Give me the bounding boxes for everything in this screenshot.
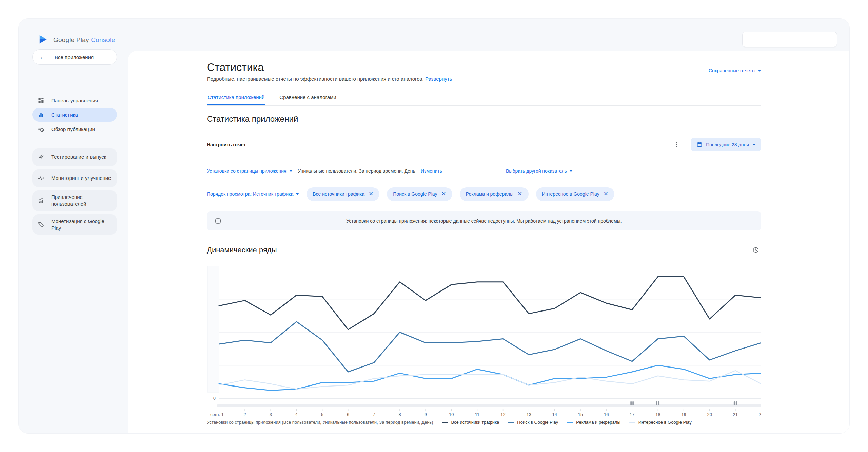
vertical-divider: [485, 160, 485, 182]
history-clock-icon[interactable]: [750, 245, 761, 256]
metric-selector-dropdown[interactable]: Установки со страницы приложения: [207, 168, 293, 174]
filter-chip-label: Поиск в Google Play: [393, 191, 437, 197]
series-line-3: [219, 365, 761, 391]
x-axis-label: 7: [373, 412, 375, 417]
sidebar-item-1[interactable]: Панель управления: [32, 93, 117, 108]
saved-reports-dropdown[interactable]: Сохраненные отчеты: [709, 68, 761, 73]
chip-close-icon[interactable]: ✕: [369, 191, 373, 197]
choose-other-metric-dropdown[interactable]: Выбрать другой показатель: [506, 168, 573, 174]
saved-reports-label: Сохраненные отчеты: [709, 68, 755, 73]
data-unavailable-marker: [630, 401, 632, 405]
chip-close-icon[interactable]: ✕: [604, 191, 608, 197]
legend-label: Все источники трафика: [451, 420, 499, 425]
legend-item-3: Реклама и рефералы: [567, 420, 620, 425]
sidebar-item-5[interactable]: Мониторинг и улучшение: [32, 169, 117, 187]
x-axis-label: 13: [526, 412, 531, 417]
logo-google-play: Google Play: [53, 36, 89, 43]
page-title: Статистика: [207, 61, 264, 73]
legend-swatch: [629, 422, 635, 423]
sidebar-item-label: Монетизация с Google Play: [51, 218, 112, 232]
report-controls: Последние 28 дней: [671, 138, 761, 151]
chart-section-title: Динамические ряды: [207, 246, 277, 255]
console-window: Google Play Console ← Все приложения Пан…: [19, 19, 849, 433]
chart-section-header: Динамические ряды: [207, 245, 761, 256]
logo-console: Console: [91, 36, 115, 43]
x-axis-label: 11: [475, 412, 480, 417]
legend-item-1: Все источники трафика: [442, 420, 499, 425]
sidebar-item-2[interactable]: Статистика: [32, 108, 117, 122]
tab-1[interactable]: Статистика приложений: [207, 90, 265, 105]
nav-gap: [32, 136, 117, 145]
filter-chips-row: Порядок просмотра: Источник трафика Все …: [207, 182, 761, 206]
chevron-down-icon: [569, 170, 573, 172]
subtitle-text: Подробные, настраиваемые отчеты по эффек…: [207, 76, 424, 82]
order-by-label: Порядок просмотра: Источник трафика: [207, 191, 293, 197]
filter-chip-4[interactable]: Интересное в Google Play✕: [536, 187, 614, 201]
y-axis-zero-label: 0: [213, 396, 216, 401]
legend-swatch: [567, 422, 573, 423]
chip-close-icon[interactable]: ✕: [517, 191, 522, 197]
filter-chip-label: Реклама и рефералы: [466, 191, 513, 197]
x-axis-label: 10: [449, 412, 454, 417]
expand-link[interactable]: Развернуть: [425, 76, 452, 82]
tab-2[interactable]: Сравнение с аналогами: [279, 90, 337, 105]
series-line-4: [219, 371, 761, 389]
chip-close-icon[interactable]: ✕: [441, 191, 446, 197]
tag-icon: [37, 221, 45, 229]
data-unavailable-marker: [734, 401, 735, 405]
sidebar: ← Все приложения Панель управленияСтатис…: [32, 49, 117, 235]
x-axis-label: 9: [425, 412, 427, 417]
sidebar-item-3[interactable]: Обзор публикации: [32, 122, 117, 136]
sidebar-item-label: Обзор публикации: [51, 126, 95, 132]
date-range-picker[interactable]: Последние 28 дней: [691, 138, 761, 151]
sidebar-item-label: Тестирование и выпуск: [51, 154, 106, 161]
filter-chip-3[interactable]: Реклама и рефералы✕: [460, 187, 529, 201]
main-panel: Статистика Сохраненные отчеты Подробные,…: [128, 51, 849, 433]
x-axis-label: 16: [604, 412, 609, 417]
header-search-box[interactable]: [742, 32, 837, 47]
x-axis-label: 8: [398, 412, 401, 417]
all-apps-back-button[interactable]: ← Все приложения: [32, 49, 117, 65]
pulse-icon: [37, 174, 45, 182]
sidebar-item-6[interactable]: Привлечение пользователей: [32, 190, 117, 211]
calendar-icon: [696, 141, 703, 148]
metric-edit-link[interactable]: Изменить: [421, 168, 442, 174]
order-by-dropdown[interactable]: Порядок просмотра: Источник трафика: [207, 191, 299, 197]
info-icon: [214, 217, 222, 226]
filter-chip-2[interactable]: Поиск в Google Play✕: [387, 187, 452, 201]
x-axis-label: 14: [552, 412, 557, 417]
sidebar-item-4[interactable]: Тестирование и выпуск: [32, 148, 117, 166]
chart-scrollbar-track[interactable]: [217, 404, 761, 407]
chevron-down-icon: [752, 144, 756, 146]
configure-report-row: Настроить отчет Последние 28 дней: [207, 137, 761, 152]
legend-item-2: Поиск в Google Play: [508, 420, 558, 425]
stats-icon: [37, 111, 45, 119]
data-unavailable-marker: [658, 401, 659, 405]
all-apps-label: Все приложения: [55, 54, 94, 60]
metric-detail: Уникальные пользователи, За период време…: [298, 168, 415, 174]
legend-label: Поиск в Google Play: [517, 420, 558, 425]
filter-chip-1[interactable]: Все источники трафика✕: [307, 187, 379, 201]
dashboard-icon: [37, 96, 45, 105]
back-arrow-icon: ←: [39, 54, 46, 60]
sidebar-nav: Панель управленияСтатистикаОбзор публика…: [32, 93, 117, 235]
sidebar-item-7[interactable]: Монетизация с Google Play: [32, 214, 117, 235]
filter-chip-label: Интересное в Google Play: [542, 191, 599, 197]
x-axis-label: 5: [321, 412, 323, 417]
configure-report-label: Настроить отчет: [207, 142, 246, 147]
timeseries-chart[interactable]: 0сент. 123456789101112131415161718192021…: [207, 258, 761, 418]
x-axis-label: 6: [347, 412, 349, 417]
x-axis-label: 18: [655, 412, 660, 417]
legend-item-4: Интересное в Google Play: [629, 420, 692, 425]
legend-label: Реклама и рефералы: [576, 420, 620, 425]
more-options-kebab-icon[interactable]: [671, 138, 683, 151]
x-axis-label: 21: [733, 412, 738, 417]
sidebar-item-label: Привлечение пользователей: [51, 194, 112, 208]
y-axis-strip: [207, 266, 219, 392]
banner-text: Установки со страницы приложения: некото…: [346, 218, 622, 224]
google-play-console-logo: Google Play Console: [38, 34, 115, 46]
tabs: Статистика приложенийСравнение с аналога…: [207, 90, 761, 106]
legend-label: Интересное в Google Play: [638, 420, 692, 425]
content: Статистика Сохраненные отчеты Подробные,…: [207, 51, 761, 425]
x-axis-label: 22: [759, 412, 761, 417]
